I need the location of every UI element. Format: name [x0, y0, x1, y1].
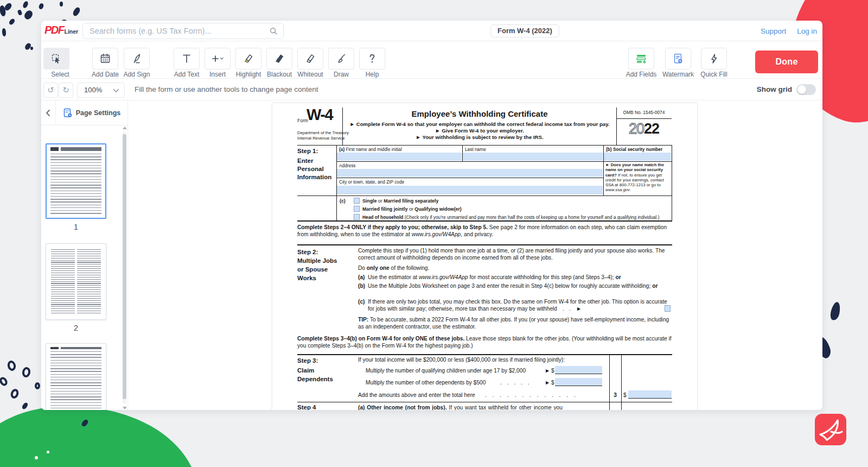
plus-chevron-icon	[210, 53, 225, 65]
question-icon	[366, 53, 378, 65]
page-settings-button[interactable]: Page Settings	[56, 100, 127, 125]
step2-paragraph-2: Do only one of the following.	[358, 264, 429, 272]
watermark-button[interactable]	[665, 48, 691, 70]
a-text: First name and middle initial	[346, 147, 401, 152]
header-divider	[342, 108, 343, 145]
undo-button[interactable]: ↺	[43, 83, 58, 98]
step3-line2-arrow: ►	[545, 379, 550, 386]
decor-ring	[0, 376, 9, 387]
last-name-label: Last name	[465, 147, 486, 152]
pdfliner-logo[interactable]: PDFLiner	[44, 24, 81, 38]
step3-line2-dollar: $	[551, 379, 554, 386]
single-checkbox[interactable]	[354, 198, 360, 204]
add-fields-button[interactable]	[628, 48, 654, 70]
form-number: W-4	[307, 106, 333, 124]
content-area: Page Settings 1 2	[41, 100, 822, 410]
p2a: Do	[358, 265, 367, 271]
dependents-amount-input[interactable]	[555, 378, 602, 386]
insert-button[interactable]	[205, 48, 231, 70]
step2b-tag: (b)	[358, 282, 365, 289]
app-window: PDFLiner Form W-4 (2022) Support Log in …	[41, 21, 822, 410]
rule	[297, 195, 672, 196]
header-links: Support Log in	[761, 21, 817, 41]
redo-button[interactable]: ↻	[59, 83, 73, 98]
steps34-note: Complete Steps 3–4(b) on Form W-4 for on…	[297, 335, 672, 349]
login-link[interactable]: Log in	[797, 27, 817, 35]
first-name-label: (a) First name and middle initial	[339, 147, 402, 152]
support-link[interactable]: Support	[761, 27, 786, 35]
blackout-brush-icon	[273, 53, 285, 65]
done-button[interactable]: Done	[755, 51, 818, 73]
opt1-or: or	[376, 198, 384, 204]
city-input[interactable]	[337, 186, 603, 194]
add-text-button[interactable]	[174, 48, 200, 70]
calendar-icon	[99, 53, 111, 65]
step3-line1-arrow: ►	[545, 367, 550, 374]
rule	[672, 145, 672, 220]
opt3-rest: (Check only if you’re unmarried and pay …	[403, 214, 659, 220]
scroll-down-arrow[interactable]	[123, 407, 127, 409]
select-tool-button[interactable]	[43, 48, 69, 70]
page-thumbnail-1[interactable]	[46, 143, 106, 219]
city-label: City or town, state, and ZIP code	[339, 179, 404, 185]
dept-line-1: Department of the Treasury	[297, 130, 349, 135]
opt2-bold2: Qualifying widow(er)	[414, 206, 462, 212]
chevron-left-icon	[44, 108, 52, 118]
show-grid-label: Show grid	[757, 85, 792, 93]
a-tag: (a)	[339, 147, 344, 152]
search-input[interactable]	[90, 23, 263, 39]
omb-number: OMB No. 1545-0074	[617, 110, 671, 115]
chevron-down-icon	[113, 89, 119, 93]
search-icon[interactable]	[269, 27, 278, 35]
scroll-up-arrow[interactable]	[123, 127, 127, 129]
last-name-input[interactable]	[463, 153, 603, 161]
page-thumbnail-2[interactable]	[46, 243, 106, 320]
decor-dot	[30, 47, 33, 50]
blackout-button[interactable]	[266, 48, 292, 70]
collapse-sidebar-button[interactable]	[41, 100, 56, 125]
married-jointly-checkbox[interactable]	[354, 206, 360, 212]
ssa-note: ► Does your name match the name on your …	[605, 162, 670, 193]
form-bullet-2: ► Give Form W-4 to your employer.	[344, 128, 615, 134]
s2b-text: Use the Multiple Jobs Worksheet on page …	[368, 283, 652, 289]
s4a-rest: If you want tax withheld for other incom…	[446, 405, 562, 410]
step2-tip: TIP: To be accurate, submit a 2022 Form …	[358, 316, 672, 330]
decor-dash	[21, 402, 29, 410]
decor-dot	[2, 28, 6, 37]
head-household-checkbox[interactable]	[354, 214, 360, 220]
quick-fill-button[interactable]	[701, 48, 727, 70]
decor-dot	[60, 2, 63, 7]
rule	[297, 244, 672, 245]
page-settings-label: Page Settings	[76, 109, 121, 117]
step1-sub3: Information	[297, 174, 331, 180]
zoom-select[interactable]: 100%	[77, 83, 125, 98]
two-jobs-checkbox[interactable]	[665, 305, 671, 312]
thumbnail-content	[50, 154, 101, 214]
decor-ring	[21, 367, 31, 378]
thumbnail-content	[50, 351, 101, 410]
step4-title: Step 4	[297, 404, 316, 410]
step2-sub3: Works	[297, 275, 316, 281]
step1-sub2: Personal	[297, 166, 324, 172]
opt2-or: or	[408, 206, 415, 212]
children-amount-input[interactable]	[555, 366, 602, 374]
signature-pen-icon	[131, 53, 143, 65]
add-sign-button[interactable]	[124, 48, 150, 70]
filing-tag: (c)	[340, 198, 346, 204]
select-tool-label: Select	[41, 71, 79, 78]
ssn-input[interactable]	[604, 153, 671, 161]
total-amount-input[interactable]	[628, 390, 672, 399]
draw-button[interactable]	[328, 48, 354, 70]
whiteout-button[interactable]	[297, 48, 323, 70]
step3-line3-text: Add the amounts above and enter the tota…	[358, 392, 475, 399]
sidebar-scrollbar-thumb[interactable]	[123, 134, 126, 399]
show-grid-toggle[interactable]	[796, 84, 816, 95]
page-thumbnail-3[interactable]	[46, 343, 106, 410]
highlight-button[interactable]	[235, 48, 261, 70]
help-button[interactable]	[359, 48, 385, 70]
first-name-input[interactable]	[337, 153, 462, 161]
steps24-link: www.irs.gov/W4App	[412, 231, 461, 237]
step2c-text: If there are only two jobs total, you ma…	[368, 298, 669, 312]
address-input[interactable]	[337, 169, 603, 177]
add-date-button[interactable]	[92, 48, 118, 70]
